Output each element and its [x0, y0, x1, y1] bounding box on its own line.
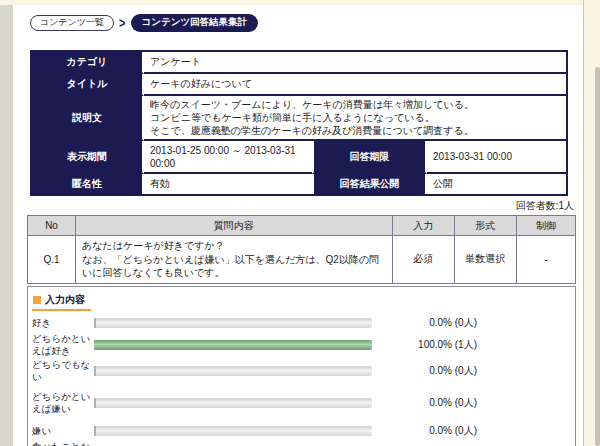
bar-track — [94, 366, 372, 376]
survey-info-table: カテゴリ アンケート タイトル ケーキの好みについて 説明文 昨今のスイーツ・ブ… — [30, 50, 568, 196]
content-list-button[interactable]: コンテンツ一覧 — [30, 15, 114, 32]
header-no: No — [28, 216, 76, 236]
results-section: 入力内容 好き 0.0% (0人) どちらかといえば好き 100.0% (1人)… — [27, 286, 576, 446]
answer-label: どちらでもない — [32, 359, 94, 383]
respondent-count: 回答者数:1人 — [13, 199, 576, 213]
bar-row: 食べたことない 0.0% (0人) — [32, 440, 571, 446]
question-table-header: No 質問内容 入力 形式 制御 — [28, 216, 576, 236]
section-bullet-icon — [33, 296, 41, 304]
bar-track — [94, 398, 372, 408]
publish-label: 回答結果公開 — [312, 174, 427, 194]
header-format: 形式 — [454, 216, 516, 236]
answer-value: 0.0% (0人) — [372, 316, 477, 330]
answer-value: 0.0% (0人) — [372, 396, 477, 410]
answer-bar-chart: 好き 0.0% (0人) どちらかといえば好き 100.0% (1人) どちらで… — [32, 314, 571, 446]
deadline-value: 2013-03-31 00:00 — [427, 141, 566, 174]
question-format: 単数選択 — [454, 236, 516, 284]
bar-fill — [94, 340, 372, 350]
window-frame-left — [0, 5, 13, 446]
breadcrumb-separator-icon: > — [119, 15, 125, 31]
description-label: 説明文 — [32, 96, 144, 141]
page-title-badge: コンテンツ回答結果集計 — [131, 14, 259, 31]
bar-row: どちらでもない 0.0% (0人) — [32, 358, 571, 384]
bar-row: どちらかといえば嫌い 0.0% (0人) — [32, 384, 571, 422]
answer-label: どちらかといえば好き — [32, 333, 94, 357]
publish-value: 公開 — [427, 174, 566, 194]
window-frame-right — [583, 0, 600, 446]
content-page: コンテンツ一覧 > コンテンツ回答結果集計 カテゴリ アンケート タイトル ケー… — [13, 5, 583, 446]
header-input: 入力 — [392, 216, 454, 236]
question-content: あなたはケーキが好きですか？ なお、「どちらかといえば嫌い」以下を選んだ方は、Q… — [76, 236, 393, 284]
period-label: 表示期間 — [32, 141, 144, 174]
anonymity-label: 匿名性 — [32, 174, 144, 194]
title-value: ケーキの好みについて — [144, 74, 566, 96]
question-table: No 質問内容 入力 形式 制御 Q.1 あなたはケーキが好きですか？ なお、「… — [27, 215, 576, 284]
title-label: タイトル — [32, 74, 144, 96]
header-content: 質問内容 — [76, 216, 393, 236]
bar-track — [94, 426, 372, 436]
deadline-label: 回答期限 — [312, 141, 427, 174]
question-row: Q.1 あなたはケーキが好きですか？ なお、「どちらかといえば嫌い」以下を選んだ… — [28, 236, 576, 284]
bar-row: 嫌い 0.0% (0人) — [32, 422, 571, 440]
category-label: カテゴリ — [32, 52, 144, 74]
description-value: 昨今のスイーツ・ブームにより、ケーキの消費量は年々増加している。 コンビニ等でも… — [144, 96, 566, 141]
answer-value: 0.0% (0人) — [372, 424, 477, 438]
bar-track — [94, 318, 372, 328]
question-number: Q.1 — [28, 236, 76, 284]
bar-row: 好き 0.0% (0人) — [32, 314, 571, 332]
results-section-header: 入力内容 — [32, 293, 91, 311]
table-row: 表示期間 2013-01-25 00:00 ～ 2013-03-31 00:00… — [32, 141, 566, 174]
table-row: カテゴリ アンケート — [32, 52, 566, 74]
table-row: 匿名性 有効 回答結果公開 公開 — [32, 174, 566, 194]
question-control: - — [516, 236, 575, 284]
breadcrumb: コンテンツ一覧 > コンテンツ回答結果集計 — [30, 13, 583, 33]
bar-track — [94, 340, 372, 350]
table-row: タイトル ケーキの好みについて — [32, 74, 566, 96]
question-input-type: 必須 — [392, 236, 454, 284]
bar-row: どちらかといえば好き 100.0% (1人) — [32, 332, 571, 358]
anonymity-value: 有効 — [144, 174, 312, 194]
period-value: 2013-01-25 00:00 ～ 2013-03-31 00:00 — [144, 141, 312, 174]
section-title: 入力内容 — [45, 293, 85, 307]
answer-value: 0.0% (0人) — [372, 364, 477, 378]
answer-label: 好き — [32, 317, 94, 329]
answer-label: 嫌い — [32, 425, 94, 437]
table-row: 説明文 昨今のスイーツ・ブームにより、ケーキの消費量は年々増加している。 コンビ… — [32, 96, 566, 141]
answer-value: 100.0% (1人) — [372, 338, 477, 352]
answer-label: 食べたことない — [32, 441, 94, 446]
header-control: 制御 — [516, 216, 575, 236]
scrollbar-thumb[interactable] — [595, 67, 600, 446]
category-value: アンケート — [144, 52, 566, 74]
answer-label: どちらかといえば嫌い — [32, 391, 94, 415]
